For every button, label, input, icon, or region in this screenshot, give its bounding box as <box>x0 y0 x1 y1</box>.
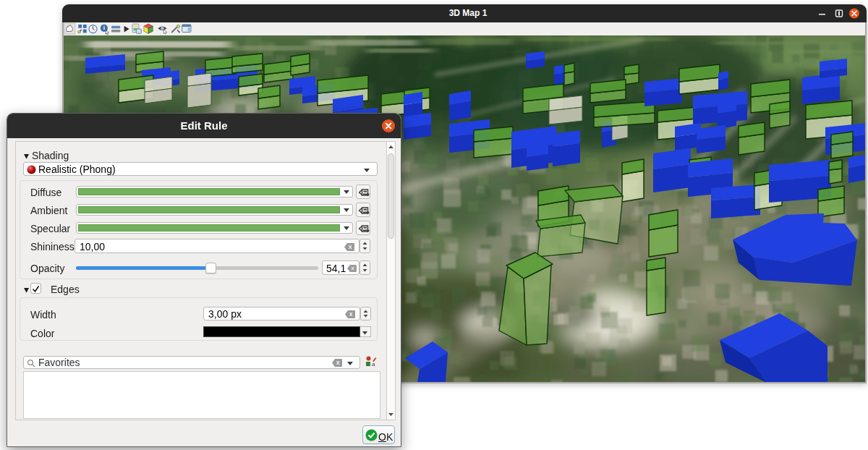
svg-text:a: a <box>372 361 375 368</box>
